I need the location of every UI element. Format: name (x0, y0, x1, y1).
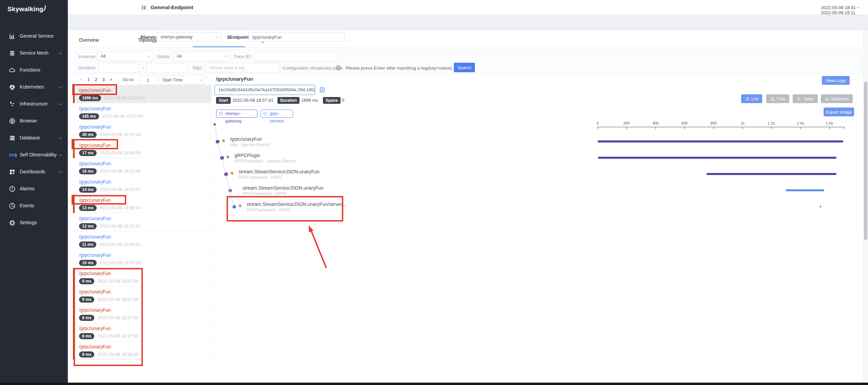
trace-list-item[interactable]: /grpc/unaryFun8 ms2022-05-08 18:57:50 (73, 305, 211, 323)
trace-id-select[interactable]: 1bc04d9244d349c0a74a14709349584e.294.165… (214, 85, 315, 95)
service-select[interactable]: shenyu-gateway (157, 32, 221, 42)
span-name[interactable]: gRPCPlugin (234, 153, 260, 158)
prev-page-button[interactable]: < (77, 75, 85, 84)
next-page-button[interactable]: > (107, 75, 115, 84)
trace-list-item[interactable]: /grpc/unaryFun1696 ms2022-05-08 18:57:41 (73, 85, 211, 103)
trace-endpoint: /grpc/unaryFun (79, 161, 111, 166)
goto-page-input[interactable] (139, 75, 156, 85)
span-service-dot[interactable] (228, 189, 232, 192)
span-duration-bar[interactable] (820, 206, 821, 208)
configuration-vocabulary-link[interactable]: Configuration Vocabulary page (283, 65, 343, 71)
instance-select[interactable]: All (97, 52, 153, 61)
axis-tick (844, 127, 844, 129)
service-pill-shenyu-gateway[interactable]: shenyu-gateway (216, 110, 257, 118)
help-icon[interactable]: ? (336, 65, 341, 70)
span-duration-bar[interactable] (598, 140, 843, 142)
sidebar-item-label: Service Mesh (20, 50, 49, 56)
axis-tick (742, 127, 743, 129)
sidebar-item-database[interactable]: Database (0, 130, 68, 147)
sidebar-item-self-observability[interactable]: Sw)Self Observability (0, 147, 68, 163)
trace-list-item[interactable]: /grpc/unaryFun9 ms2022-05-08 18:57:54 (73, 286, 211, 305)
sidebar-item-settings[interactable]: Settings (0, 214, 68, 231)
search-button[interactable]: Search (454, 63, 475, 72)
duration-max-input[interactable] (147, 63, 188, 72)
status-select[interactable]: All (173, 52, 230, 61)
sidebar-item-alarms[interactable]: Alarms (0, 180, 68, 197)
span-marker-icon[interactable] (222, 139, 225, 142)
sidebar-item-functions[interactable]: Functions (0, 62, 68, 79)
sidebar-item-dashboards[interactable]: Dashboards (0, 163, 68, 180)
trace-list-item[interactable]: /grpc/unaryFun40 ms2022-05-08 18:57:54 (73, 121, 211, 140)
span-marker-icon[interactable] (239, 205, 241, 207)
duration-min-input[interactable] (98, 63, 140, 72)
trace-list-item[interactable]: /grpc/unaryFun8 ms2022-05-08 18:57:50 (73, 323, 211, 341)
service-pill-grpc-service[interactable]: grpc-service (261, 110, 293, 118)
sidebar-item-label: Self Observability (20, 152, 57, 157)
trace-list-item[interactable]: /grpc/unaryFun17 ms2022-05-08 18:58:04 (73, 140, 211, 158)
sidebar-item-label: Kubernetes (20, 84, 44, 90)
tab-overview[interactable]: Overview (73, 34, 132, 47)
start-badge: Start (216, 97, 231, 104)
trace-list-item[interactable]: /grpc/unaryFun13 ms2022-05-08 18:58:14 (73, 195, 211, 213)
view-list-button[interactable]: List (741, 94, 762, 103)
trace-id-label: Trace ID: (233, 54, 251, 59)
span-duration-bar[interactable] (786, 189, 824, 191)
trace-list-item[interactable]: /grpc/unaryFun8 ms2022-05-08 18:58:00 (73, 341, 211, 360)
span-name[interactable]: stream.StreamServiceJSON.unaryFun (243, 185, 324, 191)
span-service-dot[interactable] (224, 172, 228, 176)
view-logs-button[interactable]: View Logs (822, 76, 850, 85)
sidebar-item-infrastructure[interactable]: Infrastructure (0, 96, 68, 113)
copy-trace-id-icon[interactable] (319, 87, 325, 93)
trace-list-item[interactable]: /grpc/unaryFun165 ms2022-05-08 18:57:44 (73, 103, 211, 121)
span-layer: RPCFramework - GRPC (243, 191, 287, 196)
view-tree-button[interactable]: Tree (766, 94, 789, 103)
page-number-3[interactable]: 3 (100, 75, 107, 84)
trace-list-item[interactable]: /grpc/unaryFun16 ms2022-05-08 18:57:48 (73, 158, 211, 176)
trace-endpoint: /grpc/unaryFun (79, 326, 111, 331)
span-name[interactable]: stream.StreamServiceJSON.unaryFun/server… (247, 201, 346, 207)
trace-start-time: 2022-05-08 18:57:54 (97, 297, 138, 302)
error-indicator-bar (73, 323, 75, 341)
axis-tick (626, 127, 627, 129)
span-service-dot[interactable] (216, 140, 219, 143)
trace-start-time: 2022-05-08 18:57:54 (100, 132, 141, 137)
trace-list-item[interactable]: /grpc/unaryFun12 ms2022-05-08 18:57:52 (73, 213, 211, 231)
span-service-dot[interactable] (232, 205, 236, 209)
trace-endpoint: /grpc/unaryFun (79, 88, 111, 93)
page-number-1[interactable]: 1 (85, 75, 92, 84)
trace-list-item[interactable]: /grpc/unaryFun10 ms2022-05-08 18:57:58 (73, 250, 211, 268)
sidebar-item-browser[interactable]: Browser (0, 113, 68, 130)
sidebar-item-kubernetes[interactable]: Kubernetes (0, 79, 68, 96)
tags-input[interactable] (206, 63, 280, 72)
trace-list-item[interactable]: /grpc/unaryFun9 ms2022-05-08 18:57:46 (73, 268, 211, 286)
trace-list-item[interactable]: /grpc/unaryFun14 ms2022-05-08 18:57:57 (73, 176, 211, 195)
span-duration-bar[interactable] (707, 173, 836, 175)
span-marker-icon[interactable] (227, 156, 229, 158)
span-service-dot[interactable] (220, 156, 224, 160)
trace-list-item[interactable]: /grpc/unaryFun11 ms2022-05-08 18:58:02 (73, 231, 211, 250)
view-table-button[interactable]: Table (793, 94, 818, 103)
error-indicator-bar (73, 195, 75, 213)
sort-select[interactable]: Start Time (159, 75, 206, 85)
span-duration-bar[interactable] (598, 157, 836, 159)
time-range-picker[interactable]: 2022-05-08 18:41 ~ 2022-05-08 19:11 (821, 5, 868, 15)
span-name[interactable]: /grpc/unaryFun (230, 136, 262, 142)
export-image-button[interactable]: Export image (824, 108, 854, 116)
trace-id-input[interactable] (254, 52, 339, 61)
sidebar-item-label: Functions (20, 67, 40, 73)
sidebar-item-label: Infrastructure (20, 101, 47, 107)
sidebar-item-events[interactable]: Events (0, 197, 68, 214)
sidebar-item-label: General Service (20, 33, 54, 39)
view-statistics-button[interactable]: Statistics (821, 94, 853, 103)
duration-badge: 9 ms (79, 278, 94, 284)
scrollbar-thumb[interactable] (864, 81, 867, 240)
sidebar-item-service-mesh[interactable]: Service Mesh (0, 45, 68, 62)
span-name[interactable]: stream.StreamServiceJSON.unaryFun (238, 169, 320, 174)
collapse-sidebar-icon[interactable] (141, 5, 147, 10)
page-number-2[interactable]: 2 (92, 75, 100, 84)
sidebar-item-general-service[interactable]: General Service (0, 28, 68, 45)
axis-tick-label: 600 (681, 121, 688, 125)
instance-label: Instance: (78, 54, 96, 59)
endpoint-input[interactable] (248, 32, 345, 42)
span-marker-icon[interactable] (231, 172, 233, 174)
